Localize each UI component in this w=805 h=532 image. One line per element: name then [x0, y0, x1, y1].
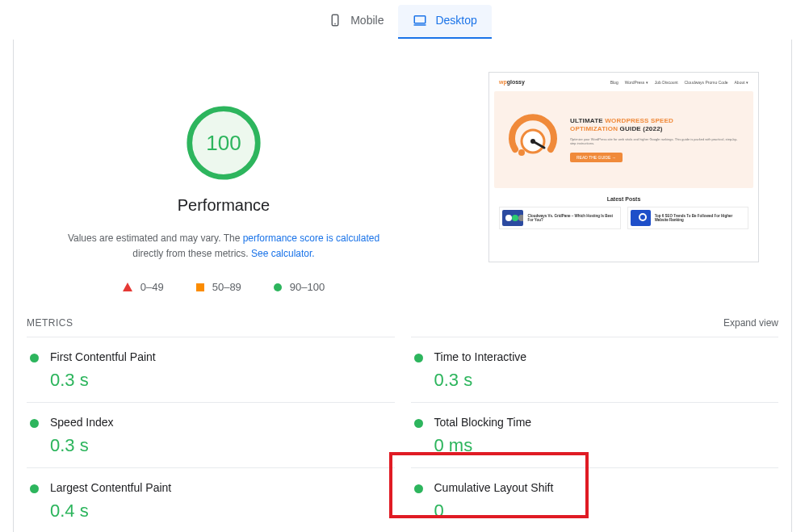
mobile-icon — [328, 13, 342, 27]
preview-logo: wpglossy — [499, 79, 525, 85]
tab-desktop-label: Desktop — [435, 14, 476, 27]
metric-tbt[interactable]: Total Blocking Time 0 ms — [411, 402, 779, 467]
preview-column: wpglossy Blog WordPress ▾ Job Discount C… — [450, 72, 759, 262]
status-dot-icon — [414, 419, 423, 428]
tab-mobile[interactable]: Mobile — [313, 5, 398, 39]
metric-name: Largest Contentful Paint — [50, 481, 171, 494]
metric-value: 0.3 s — [50, 370, 156, 391]
status-dot-icon — [414, 354, 423, 362]
preview-hero-button: READ THE GUIDE → — [570, 153, 623, 162]
preview-nav: wpglossy Blog WordPress ▾ Job Discount C… — [494, 77, 753, 86]
metric-value: 0.3 s — [434, 370, 527, 391]
triangle-red-icon — [123, 283, 132, 291]
svg-point-9 — [518, 149, 525, 156]
score-column: 100 Performance Values are estimated and… — [46, 72, 401, 293]
score-calc-link[interactable]: performance score is calculated — [243, 232, 379, 244]
metric-value: 0.3 s — [50, 435, 114, 456]
score-gauge: 100 — [185, 104, 262, 182]
status-dot-icon — [30, 354, 39, 362]
estimate-text: Values are estimated and may vary. The p… — [62, 231, 385, 262]
report-card: 100 Performance Values are estimated and… — [13, 40, 792, 532]
metric-value: 0 — [434, 501, 554, 522]
score-label: Performance — [178, 196, 270, 215]
device-tabs: Mobile Desktop — [0, 5, 805, 40]
metric-cls[interactable]: Cumulative Layout Shift 0 — [411, 467, 779, 532]
preview-hero-title: ULTIMATE WORDPRESS SPEED OPTIMIZATION GU… — [570, 117, 740, 134]
status-dot-icon — [30, 484, 39, 493]
metric-value: 0.4 s — [50, 501, 171, 522]
circle-green-icon — [274, 283, 282, 291]
metrics-grid: First Contentful Paint 0.3 s Time to Int… — [14, 337, 791, 532]
square-orange-icon — [196, 283, 204, 291]
metric-name: Speed Index — [50, 416, 114, 429]
status-dot-icon — [414, 484, 423, 493]
summary-row: 100 Performance Values are estimated and… — [14, 40, 791, 293]
status-dot-icon — [30, 419, 39, 428]
see-calculator-link[interactable]: See calculator. — [251, 248, 315, 259]
metric-name: Cumulative Layout Shift — [434, 481, 554, 494]
speedometer-icon — [507, 114, 559, 165]
metric-lcp[interactable]: Largest Contentful Paint 0.4 s — [27, 467, 395, 532]
metric-tti[interactable]: Time to Interactive 0.3 s — [411, 337, 779, 402]
metrics-header: METRICS Expand view — [14, 293, 791, 337]
tab-mobile-label: Mobile — [350, 14, 384, 27]
score-legend: 0–49 50–89 90–100 — [123, 281, 325, 293]
preview-post: Cloudways Vs. GridPane – Which Hosting I… — [499, 207, 621, 229]
tab-desktop[interactable]: Desktop — [398, 5, 491, 39]
metric-name: Total Blocking Time — [434, 416, 532, 429]
score-value: 100 — [185, 104, 262, 182]
desktop-icon — [413, 13, 427, 27]
preview-hero: ULTIMATE WORDPRESS SPEED OPTIMIZATION GU… — [494, 91, 753, 188]
preview-latest-heading: Latest Posts — [494, 196, 753, 202]
metric-name: First Contentful Paint — [50, 350, 156, 363]
preview-posts: Cloudways Vs. GridPane – Which Hosting I… — [494, 207, 753, 229]
legend-average: 50–89 — [196, 281, 241, 293]
legend-fail: 0–49 — [123, 281, 164, 293]
metric-si[interactable]: Speed Index 0.3 s — [27, 402, 395, 467]
metric-value: 0 ms — [434, 435, 532, 456]
site-preview: wpglossy Blog WordPress ▾ Job Discount C… — [488, 72, 759, 262]
preview-hero-subtitle: Optimize your WordPress site for web vit… — [570, 137, 740, 146]
metric-fcp[interactable]: First Contentful Paint 0.3 s — [27, 337, 395, 402]
metric-name: Time to Interactive — [434, 350, 527, 363]
expand-view-toggle[interactable]: Expand view — [723, 317, 778, 329]
legend-pass: 90–100 — [274, 281, 325, 293]
preview-post: Top 6 SEO Trends To Be Followed For High… — [627, 207, 749, 229]
svg-point-8 — [530, 139, 535, 144]
svg-rect-2 — [415, 16, 426, 23]
metrics-label: METRICS — [27, 317, 73, 329]
